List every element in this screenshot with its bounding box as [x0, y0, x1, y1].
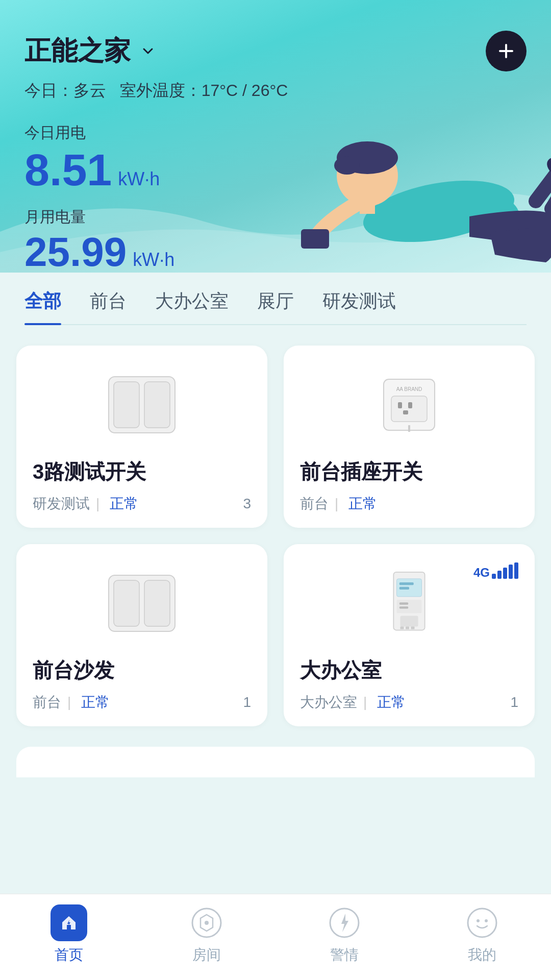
monthly-unit: kW·h	[133, 251, 174, 269]
tab-all[interactable]: 全部	[24, 289, 61, 324]
tab-exhibition[interactable]: 展厅	[257, 289, 294, 324]
svg-rect-29	[399, 602, 409, 604]
title-dropdown[interactable]	[139, 42, 157, 60]
nav-home-label: 首页	[55, 945, 83, 965]
svg-rect-10	[144, 382, 170, 428]
profile-icon	[464, 904, 500, 941]
switch-3way-icon	[106, 374, 178, 435]
device-card-meter[interactable]: 4G	[284, 544, 535, 726]
svg-point-40	[485, 919, 488, 922]
4g-badge: 4G	[473, 562, 518, 579]
tabs-container: 全部 前台 大办公室 展厅 研发测试	[0, 273, 551, 325]
devices-grid: 3路测试开关 研发测试 | 正常 3 AA BRAND	[0, 325, 551, 747]
svg-point-38	[468, 909, 496, 937]
nav-room[interactable]: 房间	[166, 904, 247, 965]
nav-alert[interactable]: 警情	[304, 904, 385, 965]
monthly-value: 25.99 kW·h	[24, 232, 527, 273]
device-info-2: 前台 | 正常	[300, 494, 518, 513]
device-card-switch3[interactable]: 3路测试开关 研发测试 | 正常 3	[16, 346, 267, 528]
svg-rect-23	[144, 580, 170, 626]
nav-profile-label: 我的	[468, 945, 496, 965]
svg-rect-9	[114, 382, 139, 428]
partial-card-hint	[16, 747, 535, 777]
device-card-outlet[interactable]: AA BRAND 前台插座开关 前台 | 正常	[284, 346, 535, 528]
svg-text:AA BRAND: AA BRAND	[396, 386, 422, 392]
bottom-nav: 首页 房间 警情	[0, 894, 551, 980]
svg-point-36	[205, 921, 209, 925]
device-info-3: 前台 | 正常 1	[33, 693, 251, 712]
room-icon	[188, 904, 225, 941]
device-icon-area-4: 4G	[300, 562, 518, 644]
today-energy-unit: kW·h	[118, 170, 160, 188]
svg-rect-18	[408, 402, 412, 408]
energy-section: 今日用电 8.51 kW·h 月用电量 25.99 kW·h	[24, 122, 527, 273]
switch-2way-icon	[106, 573, 178, 634]
tab-daoffice[interactable]: 大办公室	[155, 289, 229, 324]
device-name-4: 大办公室	[300, 656, 518, 684]
add-button[interactable]	[486, 31, 527, 71]
device-info-4: 大办公室 | 正常 1	[300, 693, 518, 712]
today-energy-label: 今日用电	[24, 122, 527, 143]
nav-alert-label: 警情	[330, 945, 359, 965]
svg-rect-19	[403, 410, 408, 414]
svg-rect-16	[391, 396, 427, 422]
app-title: 正能之家	[24, 33, 131, 69]
svg-rect-26	[399, 582, 414, 585]
nav-profile[interactable]: 我的	[441, 904, 523, 965]
svg-rect-32	[400, 627, 404, 629]
svg-rect-33	[406, 627, 409, 629]
signal-bars	[492, 562, 518, 579]
device-card-sofa[interactable]: 前台沙发 前台 | 正常 1	[16, 544, 267, 726]
tab-qiantai[interactable]: 前台	[90, 289, 127, 324]
device-name-3: 前台沙发	[33, 656, 251, 684]
svg-rect-22	[114, 580, 139, 626]
meter-icon	[384, 568, 435, 639]
bottom-spacer	[0, 777, 551, 859]
monthly-label: 月用电量	[24, 207, 527, 228]
tabs: 全部 前台 大办公室 展厅 研发测试	[24, 289, 527, 325]
svg-rect-17	[398, 402, 402, 408]
device-icon-area-3	[33, 562, 251, 644]
svg-point-39	[477, 919, 480, 922]
today-energy-value: 8.51 kW·h	[24, 148, 527, 192]
device-icon-area-2: AA BRAND	[300, 364, 518, 446]
svg-rect-30	[399, 606, 409, 608]
home-icon	[51, 904, 87, 941]
header-top: 正能之家	[24, 31, 527, 71]
header-title-row: 正能之家	[24, 33, 157, 69]
nav-room-label: 房间	[192, 945, 221, 965]
svg-rect-31	[400, 616, 418, 627]
svg-rect-34	[411, 627, 415, 629]
outlet-icon: AA BRAND	[381, 377, 437, 433]
header: 正能之家 今日：多云 室外温度：17°C / 26°C 今日用电 8.51 kW…	[0, 0, 551, 273]
device-name-2: 前台插座开关	[300, 458, 518, 486]
nav-home[interactable]: 首页	[28, 904, 110, 965]
svg-rect-27	[399, 587, 409, 590]
device-info-1: 研发测试 | 正常 3	[33, 494, 251, 513]
alert-icon	[326, 904, 363, 941]
device-name-1: 3路测试开关	[33, 458, 251, 486]
device-icon-area-1	[33, 364, 251, 446]
tab-rnd[interactable]: 研发测试	[322, 289, 396, 324]
